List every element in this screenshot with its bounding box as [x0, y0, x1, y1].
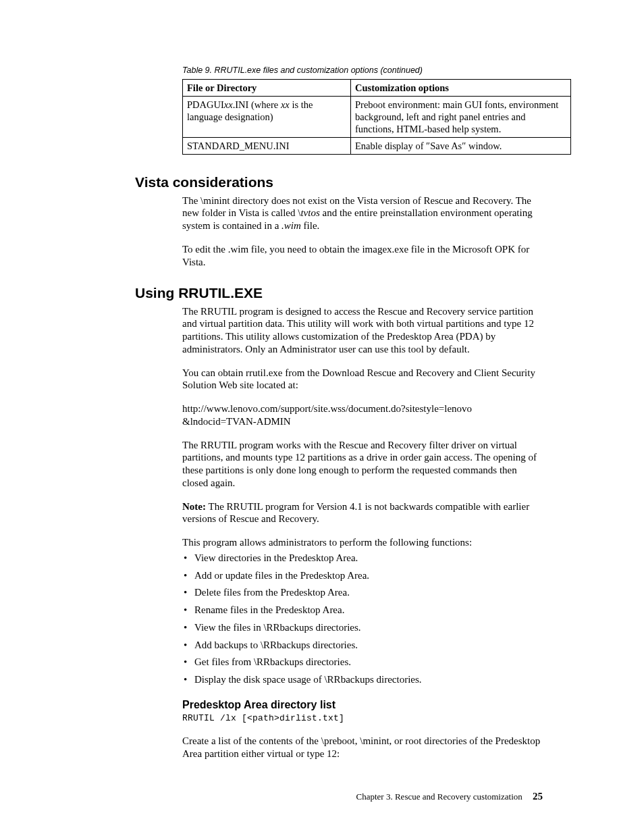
function-list: View directories in the Predesktop Area.…	[182, 552, 543, 686]
list-item: Rename files in the Predesktop Area.	[182, 604, 543, 617]
url-text: http://www.lenovo.com/support/site.wss/d…	[182, 402, 543, 428]
paragraph: This program allows administrators to pe…	[182, 536, 543, 549]
table-cell-opts: Preboot environment: main GUI fonts, env…	[351, 96, 571, 137]
table-cell-file: STANDARD_MENU.INI	[183, 138, 351, 155]
table-row: PDAGUIxx.INI (where xx is the language d…	[183, 96, 571, 137]
footer-chapter: Chapter 3. Rescue and Recovery customiza…	[356, 791, 522, 802]
paragraph: You can obtain rrutil.exe from the Downl…	[182, 367, 543, 392]
page-footer: Chapter 3. Rescue and Recovery customiza…	[356, 790, 543, 803]
text: .INI (where	[233, 99, 281, 110]
code-line: RRUTIL /lx [<path>dirlist.txt]	[182, 713, 543, 724]
list-item: View directories in the Predesktop Area.	[182, 552, 543, 565]
table-cell-file: PDAGUIxx.INI (where xx is the language d…	[183, 96, 351, 137]
text-italic: xx	[224, 99, 233, 110]
text-italic: .wim	[281, 220, 301, 231]
paragraph: The RRUTIL program is designed to access…	[182, 305, 543, 356]
table-caption: Table 9. RRUTIL.exe files and customizat…	[182, 66, 543, 76]
text-italic: tvtos	[300, 207, 319, 218]
paragraph: Create a list of the contents of the \pr…	[182, 735, 543, 760]
page-number: 25	[533, 791, 543, 802]
table-cell-opts: Enable display of ″Save As″ window.	[351, 138, 571, 155]
list-item: Delete files from the Predesktop Area.	[182, 586, 543, 599]
table-header-file: File or Directory	[183, 79, 351, 96]
paragraph: The \minint directory does not exist on …	[182, 194, 543, 232]
note-label: Note:	[182, 501, 206, 512]
text-italic: xx	[281, 99, 290, 110]
note-text: The RRUTIL program for Version 4.1 is no…	[182, 501, 529, 525]
paragraph: The RRUTIL program works with the Rescue…	[182, 439, 543, 490]
table-header-opts: Customization options	[351, 79, 571, 96]
table-row: STANDARD_MENU.INI Enable display of ″Sav…	[183, 138, 571, 155]
list-item: Add backups to \RRbackups directories.	[182, 639, 543, 652]
list-item: Add or update files in the Predesktop Ar…	[182, 569, 543, 582]
heading-vista: Vista considerations	[135, 174, 543, 191]
paragraph: To edit the .wim file, you need to obtai…	[182, 243, 543, 269]
list-item: View the files in \RRbackups directories…	[182, 621, 543, 634]
note: Note: The RRUTIL program for Version 4.1…	[182, 500, 543, 526]
heading-predesktop-dir-list: Predesktop Area directory list	[182, 698, 543, 712]
text: file.	[301, 220, 320, 231]
heading-rrutil: Using RRUTIL.EXE	[135, 284, 543, 302]
text: PDAGUI	[187, 99, 224, 110]
list-item: Get files from \RRbackups directories.	[182, 656, 543, 669]
rrutil-table: File or Directory Customization options …	[182, 79, 571, 155]
list-item: Display the disk space usage of \RRbacku…	[182, 673, 543, 686]
